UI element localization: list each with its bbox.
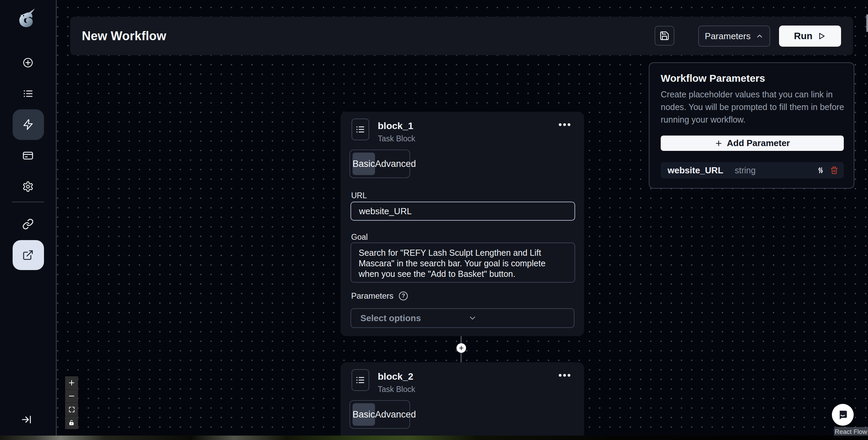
plus-icon xyxy=(458,345,464,351)
sidebar xyxy=(0,0,57,436)
app-window: New Workflow Parameters Run xyxy=(0,0,868,440)
unlock-icon xyxy=(69,420,75,426)
url-label: URL xyxy=(351,191,367,200)
parameters-button-label: Parameters xyxy=(705,31,750,42)
parameters-toggle-button[interactable]: Parameters xyxy=(698,26,770,47)
plus-icon xyxy=(68,379,75,386)
block-type-label: Task Block xyxy=(378,385,415,394)
fit-view-icon xyxy=(69,406,75,413)
run-button-label: Run xyxy=(794,31,812,42)
chat-widget-button[interactable] xyxy=(832,404,854,426)
task-block-card-2[interactable]: block_2 Task Block Basic Advanced xyxy=(341,362,584,440)
block-type-icon-box xyxy=(351,369,369,391)
collapse-sidebar-icon[interactable] xyxy=(20,414,32,425)
help-icon[interactable]: ? xyxy=(399,292,408,300)
parameters-select[interactable]: Select options xyxy=(350,308,574,328)
block-menu-ellipsis-icon[interactable] xyxy=(559,374,570,377)
desktop-wallpaper-strip xyxy=(0,436,868,440)
runs-list-icon[interactable] xyxy=(23,88,33,99)
add-parameter-label: Add Parameter xyxy=(727,138,790,148)
tab-advanced[interactable]: Advanced xyxy=(375,159,416,169)
billing-card-icon[interactable] xyxy=(22,150,34,161)
panel-description: Create placeholder values that you can l… xyxy=(661,88,845,126)
dragon-logo-icon xyxy=(14,6,42,31)
block-parameters-label: Parameters xyxy=(351,291,393,301)
tab-basic[interactable]: Basic xyxy=(353,153,375,175)
canvas-controls xyxy=(65,376,78,429)
create-new-icon[interactable] xyxy=(23,57,33,68)
lightning-icon[interactable] xyxy=(22,119,34,130)
block-type-icon-box xyxy=(351,119,369,140)
fit-view-button[interactable] xyxy=(65,403,78,416)
edit-parameter-sliders-icon[interactable] xyxy=(817,166,825,174)
workflow-parameters-panel: Workflow Parameters Create placeholder v… xyxy=(649,62,854,189)
task-block-card-1[interactable]: block_1 Task Block Basic Advanced URL Go… xyxy=(341,112,584,336)
parameter-type: string xyxy=(735,166,817,175)
plus-icon xyxy=(715,139,723,147)
settings-gear-icon[interactable] xyxy=(22,181,34,192)
zoom-in-button[interactable] xyxy=(65,376,78,389)
goal-label: Goal xyxy=(351,233,368,242)
add-block-button[interactable] xyxy=(457,343,466,353)
delete-parameter-trash-icon[interactable] xyxy=(830,166,838,174)
block-type-label: Task Block xyxy=(378,134,415,143)
list-icon xyxy=(355,375,365,385)
page-title: New Workflow xyxy=(82,29,166,43)
header-bar: New Workflow Parameters Run xyxy=(70,17,853,55)
block-mode-tabs: Basic Advanced xyxy=(349,150,410,178)
goal-textarea[interactable]: Search for "REFY Lash Sculpt Lengthen an… xyxy=(350,242,575,283)
minus-icon xyxy=(68,393,75,399)
attribution-label: React Flow xyxy=(835,428,867,436)
panel-title: Workflow Parameters xyxy=(661,73,765,84)
run-button[interactable]: Run xyxy=(779,26,841,47)
add-parameter-button[interactable]: Add Parameter xyxy=(661,136,844,151)
tab-basic[interactable]: Basic xyxy=(353,403,375,426)
scrollbar-thumb[interactable] xyxy=(866,14,868,32)
block-title: block_2 xyxy=(378,371,413,382)
save-button[interactable] xyxy=(655,26,674,46)
external-link-icon[interactable] xyxy=(22,249,34,261)
play-icon xyxy=(817,32,826,41)
block-menu-ellipsis-icon[interactable] xyxy=(559,123,570,126)
chevron-down-icon xyxy=(468,314,567,323)
parameters-select-placeholder: Select options xyxy=(360,313,459,324)
block-parameters-label-row: Parameters ? xyxy=(351,291,408,301)
chat-bubble-icon xyxy=(837,409,849,421)
sidebar-divider xyxy=(12,202,44,202)
link-icon[interactable] xyxy=(22,218,34,230)
block-title: block_1 xyxy=(378,121,413,131)
tab-advanced[interactable]: Advanced xyxy=(375,409,416,420)
url-input[interactable] xyxy=(350,202,575,221)
react-flow-attribution[interactable]: React Flow xyxy=(834,427,868,437)
parameter-row[interactable]: website_URL string xyxy=(661,162,844,178)
save-icon xyxy=(659,31,670,41)
zoom-out-button[interactable] xyxy=(65,390,78,403)
list-icon xyxy=(355,124,365,135)
chevron-up-icon xyxy=(755,32,764,40)
lock-toggle-button[interactable] xyxy=(65,416,78,429)
block-mode-tabs: Basic Advanced xyxy=(349,400,410,429)
parameter-name: website_URL xyxy=(668,165,723,176)
